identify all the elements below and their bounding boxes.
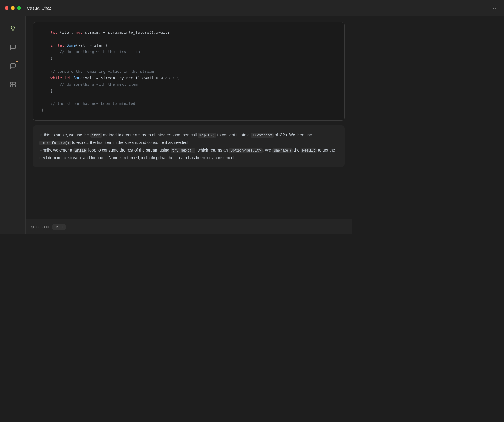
sidebar-item-ideas[interactable] (6, 22, 19, 35)
prose-text-2: Finally, we enter a while loop to consum… (39, 148, 335, 160)
sidebar-bottom (6, 232, 19, 234)
bottom-bar: $0.335990 ↺ 0 (26, 219, 352, 234)
svg-rect-4 (10, 85, 12, 87)
sidebar-item-notifications[interactable] (6, 59, 19, 72)
close-button[interactable] (5, 6, 8, 10)
code-content: let (item, mut stream) = stream.into_fut… (41, 29, 336, 113)
main-content: let (item, mut stream) = stream.into_fut… (26, 16, 352, 234)
code-block: let (item, mut stream) = stream.into_fut… (33, 22, 345, 121)
minimize-button[interactable] (11, 6, 15, 10)
refresh-icon: ↺ (55, 225, 59, 229)
token-count: 0 (60, 225, 62, 229)
prose-block: In this example, we use the iter method … (33, 125, 345, 167)
prose-text-1: In this example, we use the iter method … (39, 132, 312, 145)
svg-rect-5 (13, 85, 15, 87)
maximize-button[interactable] (17, 6, 21, 10)
svg-point-0 (12, 27, 13, 28)
sidebar-item-extensions[interactable] (6, 78, 19, 91)
token-badge[interactable]: ↺ 0 (52, 224, 65, 230)
cost-label: $0.335990 (31, 225, 49, 229)
window-controls (5, 6, 21, 10)
title-bar: Casual Chat ··· (0, 0, 352, 16)
chat-area[interactable]: let (item, mut stream) = stream.into_fut… (26, 16, 352, 219)
svg-rect-2 (10, 82, 12, 84)
sidebar (0, 16, 26, 234)
window-title: Casual Chat (27, 6, 352, 11)
sidebar-item-chat[interactable] (6, 41, 19, 54)
svg-rect-3 (13, 82, 15, 84)
sidebar-item-settings[interactable] (6, 232, 19, 234)
